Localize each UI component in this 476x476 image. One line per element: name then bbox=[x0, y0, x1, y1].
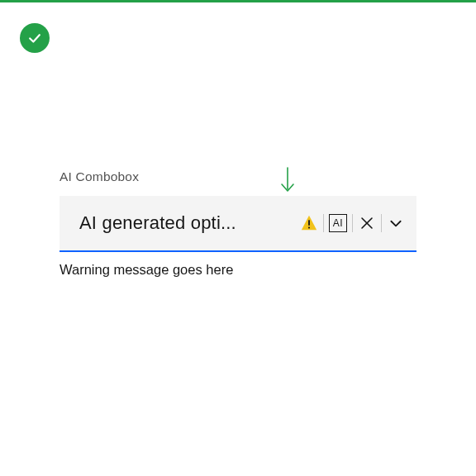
ai-combobox[interactable]: AI generated opti... AI bbox=[60, 196, 416, 252]
ai-badge-label: AI bbox=[329, 214, 347, 232]
ai-combobox-field: AI Combobox AI generated opti... AI bbox=[60, 169, 416, 278]
success-top-bar bbox=[0, 0, 476, 2]
success-check-badge bbox=[20, 23, 50, 53]
chevron-down-icon bbox=[388, 216, 403, 231]
combobox-icon-group: AI bbox=[295, 210, 410, 236]
helper-text: Warning message goes here bbox=[60, 262, 416, 278]
combobox-label: AI Combobox bbox=[60, 169, 416, 184]
dropdown-toggle[interactable] bbox=[382, 210, 410, 236]
clear-button[interactable] bbox=[353, 210, 381, 236]
svg-rect-1 bbox=[308, 220, 310, 225]
svg-rect-2 bbox=[308, 227, 310, 229]
check-icon bbox=[26, 30, 43, 46]
close-icon bbox=[360, 217, 374, 230]
combobox-value: AI generated opti... bbox=[79, 212, 295, 234]
ai-badge-icon[interactable]: AI bbox=[324, 210, 352, 236]
warning-icon bbox=[295, 210, 323, 236]
down-arrow-indicator-icon bbox=[278, 166, 297, 198]
